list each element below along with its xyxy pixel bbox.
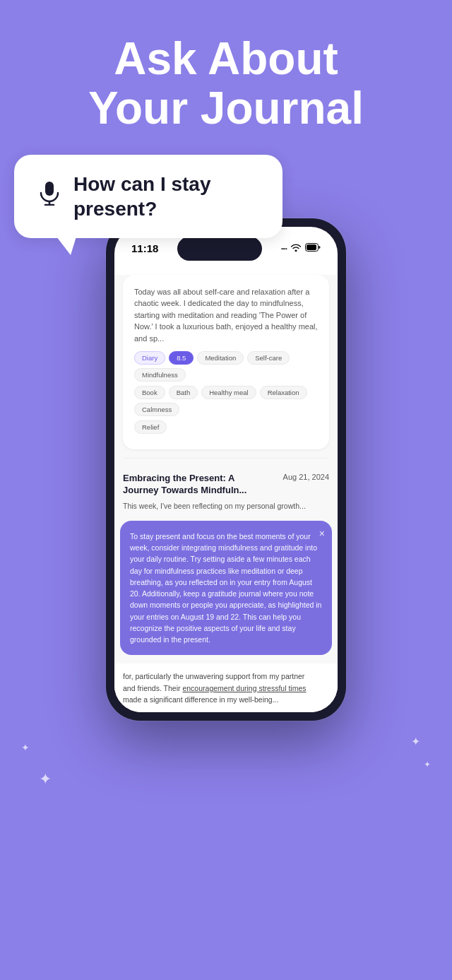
tag-bath: Bath xyxy=(169,386,198,399)
phone-frame: 11:18 ···· xyxy=(106,218,346,721)
entry2-date: Aug 21, 2024 xyxy=(283,473,329,481)
hero-section: Ask About Your Journal xyxy=(0,0,452,155)
entry2-header: Embracing the Present: A Journey Towards… xyxy=(114,464,338,501)
tag-score: 8.5 xyxy=(169,351,194,365)
divider-1 xyxy=(123,458,329,459)
microphone-icon xyxy=(37,180,62,212)
screen-content: Today was all about self-care and relaxa… xyxy=(114,275,338,712)
wifi-icon xyxy=(290,243,302,254)
tags-row-3: Relief xyxy=(134,420,318,434)
tags-row-2: Book Bath Healthy meal Relaxation Calmne… xyxy=(134,386,318,416)
speech-question: How can I stay present? xyxy=(73,172,260,221)
sparkle-decoration-3: ✦ xyxy=(411,735,420,748)
svg-rect-0 xyxy=(45,182,54,196)
phone-screen: 11:18 ···· xyxy=(114,227,338,712)
ai-response-text: To stay present and focus on the best mo… xyxy=(130,531,322,646)
tag-book: Book xyxy=(134,386,165,399)
status-icons: ···· xyxy=(281,243,321,254)
bottom-text-underlined: encouragement during stressful times xyxy=(182,684,306,692)
hero-title: Ask About Your Journal xyxy=(0,0,452,155)
bottom-text-section: for, particularly the unwavering support… xyxy=(114,663,338,712)
sparkle-decoration-1: ✦ xyxy=(21,742,30,753)
sparkle-decoration-4: ✦ xyxy=(424,760,431,769)
close-button[interactable]: × xyxy=(319,528,325,539)
tag-relaxation: Relaxation xyxy=(260,386,307,399)
journal-card: Today was all about self-care and relaxa… xyxy=(123,275,329,450)
tag-relief: Relief xyxy=(134,420,167,434)
tag-mindfulness: Mindfulness xyxy=(134,368,186,382)
tags-row: Diary 8.5 Meditation Self-care Mindfulne… xyxy=(134,351,318,382)
battery-icon xyxy=(305,243,321,254)
bottom-text-line3: made a significant difference in my well… xyxy=(123,695,278,704)
signal-icon: ···· xyxy=(281,244,287,253)
tag-calmness: Calmness xyxy=(134,403,179,416)
entry2-body: This week, I've been reflecting on my pe… xyxy=(114,501,338,521)
entry2-title: Embracing the Present: A Journey Towards… xyxy=(123,473,250,497)
phone-section: How can I stay present? 11:18 ···· xyxy=(0,162,452,721)
journal-entry-2: Embracing the Present: A Journey Towards… xyxy=(114,464,338,521)
svg-rect-4 xyxy=(307,244,316,250)
tag-healthymeal: Healthy meal xyxy=(201,386,256,399)
dynamic-island xyxy=(177,237,262,261)
tag-diary: Diary xyxy=(134,351,165,365)
bottom-text-line2: and friends. Their encouragement during … xyxy=(123,684,307,692)
bottom-paragraph: for, particularly the unwavering support… xyxy=(123,671,329,705)
sparkle-decoration-2: ✦ xyxy=(39,770,52,789)
journal-card-text: Today was all about self-care and relaxa… xyxy=(134,286,318,345)
tag-meditation: Meditation xyxy=(197,351,244,365)
speech-bubble: How can I stay present? xyxy=(14,155,282,238)
ai-response-card: × To stay present and focus on the best … xyxy=(120,521,332,656)
tag-selfcare: Self-care xyxy=(247,351,290,365)
bottom-text-line1: for, particularly the unwavering support… xyxy=(123,672,304,680)
status-time: 11:18 xyxy=(131,242,158,254)
